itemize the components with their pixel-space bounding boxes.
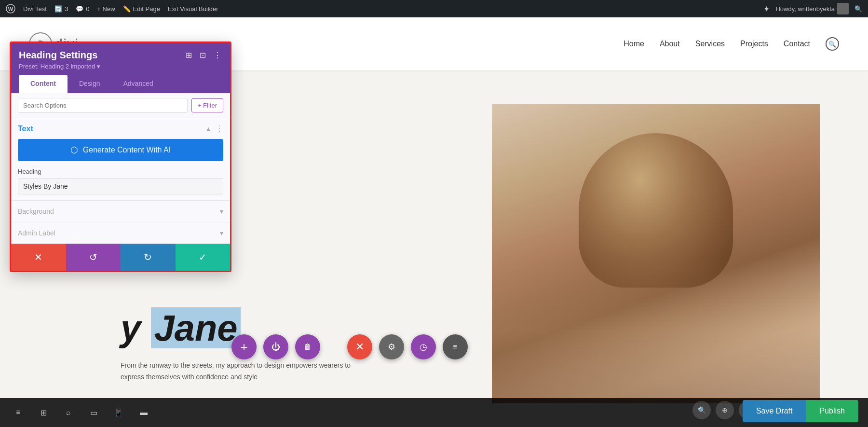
- row-settings-button[interactable]: ⚙: [379, 334, 404, 359]
- howdy-user[interactable]: Howdy, writtenbyekta: [775, 3, 849, 14]
- site-name[interactable]: Divi Test: [23, 5, 47, 13]
- panel-header-icons: ⊞ ⊡ ⋮: [185, 50, 222, 61]
- admin-label-section-title: Admin Label: [18, 229, 55, 237]
- background-section[interactable]: Background ▾: [11, 200, 230, 222]
- panel-footer: ✕ ↺ ↻ ✓: [11, 244, 230, 271]
- nav-home[interactable]: Home: [624, 40, 644, 48]
- nav-contact[interactable]: Contact: [784, 40, 810, 48]
- hero-image: [492, 104, 820, 403]
- section-controls: ▲ ⋮: [205, 124, 223, 133]
- admin-label-section[interactable]: Admin Label ▾: [11, 222, 230, 244]
- close-row-button[interactable]: ✕: [347, 334, 372, 359]
- hero-image-inner: [492, 104, 820, 403]
- panel-fullscreen-icon[interactable]: ⊡: [199, 50, 207, 61]
- panel-preset[interactable]: Preset: Heading 2 imported ▾: [19, 63, 222, 70]
- updates-count[interactable]: 🔄3: [54, 5, 68, 13]
- section-title-text: Text: [18, 124, 33, 133]
- toolbar-desktop-icon[interactable]: ▭: [85, 404, 102, 421]
- exit-visual-builder-link[interactable]: Exit Visual Builder: [168, 5, 218, 13]
- background-section-title: Background: [18, 207, 54, 215]
- nav-services[interactable]: Services: [695, 40, 725, 48]
- hero-body-text: From the runway to the streets, my appro…: [121, 360, 352, 383]
- zoom-icon[interactable]: 🔍: [692, 401, 711, 419]
- panel-title: Heading Settings: [19, 50, 97, 61]
- row-history-button[interactable]: ◷: [411, 334, 436, 359]
- confirm-button[interactable]: ✓: [176, 244, 231, 271]
- search-options-input[interactable]: [18, 98, 188, 113]
- toolbar-mobile-icon[interactable]: ▬: [135, 404, 152, 421]
- wp-logo-link[interactable]: W: [6, 4, 15, 14]
- hero-heading: y Jane: [121, 307, 241, 349]
- svg-text:W: W: [8, 6, 14, 12]
- redo-button[interactable]: ↻: [121, 244, 176, 271]
- heading-label: Heading: [18, 168, 223, 175]
- nav-about[interactable]: About: [660, 40, 680, 48]
- site-nav: Home About Services Projects Contact 🔍: [624, 37, 839, 51]
- toolbar-grid-icon[interactable]: ⊞: [35, 404, 52, 421]
- panel-tabs: Content Design Advanced: [19, 75, 222, 93]
- panel-header: Heading Settings ⊞ ⊡ ⋮ Preset: Heading 2…: [11, 43, 230, 93]
- settings-panel: Heading Settings ⊞ ⊡ ⋮ Preset: Heading 2…: [10, 41, 231, 272]
- toolbar-tablet-icon[interactable]: 📱: [110, 404, 127, 421]
- center-fab-group: + ⏻ 🗑: [231, 334, 320, 359]
- filter-button[interactable]: + Filter: [191, 98, 223, 112]
- panel-search-area: + Filter: [11, 93, 230, 118]
- layers-icon[interactable]: ⊕: [716, 401, 734, 419]
- toolbar-menu-icon[interactable]: ≡: [10, 404, 27, 421]
- delete-button[interactable]: 🗑: [295, 334, 320, 359]
- page-wrapper: D divi Home About Services Projects Cont…: [0, 17, 868, 427]
- row-fab-group: ✕ ⚙ ◷ ≡: [347, 334, 468, 359]
- bottom-right-buttons: Save Draft Publish: [743, 400, 858, 422]
- panel-header-top: Heading Settings ⊞ ⊡ ⋮: [19, 50, 222, 61]
- panel-body: + Filter Text ▲ ⋮ ⬡ Generate Content Wit…: [11, 93, 230, 244]
- panel-more-icon[interactable]: ⋮: [213, 50, 222, 61]
- heading-input[interactable]: [18, 178, 223, 194]
- new-content-button[interactable]: + New: [97, 5, 115, 13]
- reset-button[interactable]: ↺: [66, 244, 121, 271]
- row-structure-button[interactable]: ≡: [443, 334, 468, 359]
- text-section-collapse[interactable]: ▲: [205, 125, 212, 133]
- heading-field-group: Heading: [18, 168, 223, 194]
- ai-icon: ⬡: [70, 145, 78, 155]
- edit-page-link[interactable]: ✏️ Edit Page: [123, 5, 160, 13]
- toolbar-search-icon[interactable]: ⌕: [60, 404, 77, 421]
- admin-label-section-chevron: ▾: [220, 229, 223, 237]
- cancel-button[interactable]: ✕: [11, 244, 66, 271]
- save-draft-button[interactable]: Save Draft: [743, 400, 806, 422]
- panel-responsive-icon[interactable]: ⊞: [185, 50, 193, 61]
- hero-heading-highlight: Jane: [151, 307, 240, 348]
- admin-search[interactable]: 🔍: [854, 5, 862, 13]
- nav-search-button[interactable]: 🔍: [826, 37, 839, 51]
- tab-advanced[interactable]: Advanced: [111, 75, 164, 93]
- publish-button[interactable]: Publish: [806, 400, 858, 422]
- tab-content[interactable]: Content: [19, 75, 68, 93]
- power-button[interactable]: ⏻: [263, 334, 288, 359]
- nav-projects[interactable]: Projects: [740, 40, 768, 48]
- text-section: Text ▲ ⋮ ⬡ Generate Content With AI Head…: [11, 118, 230, 200]
- ai-button[interactable]: ✦: [763, 4, 770, 14]
- tab-design[interactable]: Design: [68, 75, 112, 93]
- generate-ai-button[interactable]: ⬡ Generate Content With AI: [18, 139, 223, 161]
- text-section-more[interactable]: ⋮: [216, 124, 223, 133]
- section-header-text: Text ▲ ⋮: [18, 124, 223, 133]
- background-section-chevron: ▾: [220, 207, 223, 215]
- admin-bar: W Divi Test 🔄3 💬0 + New ✏️ Edit Page Exi…: [0, 0, 868, 17]
- add-module-button[interactable]: +: [231, 334, 257, 359]
- comments-count[interactable]: 💬0: [76, 5, 89, 13]
